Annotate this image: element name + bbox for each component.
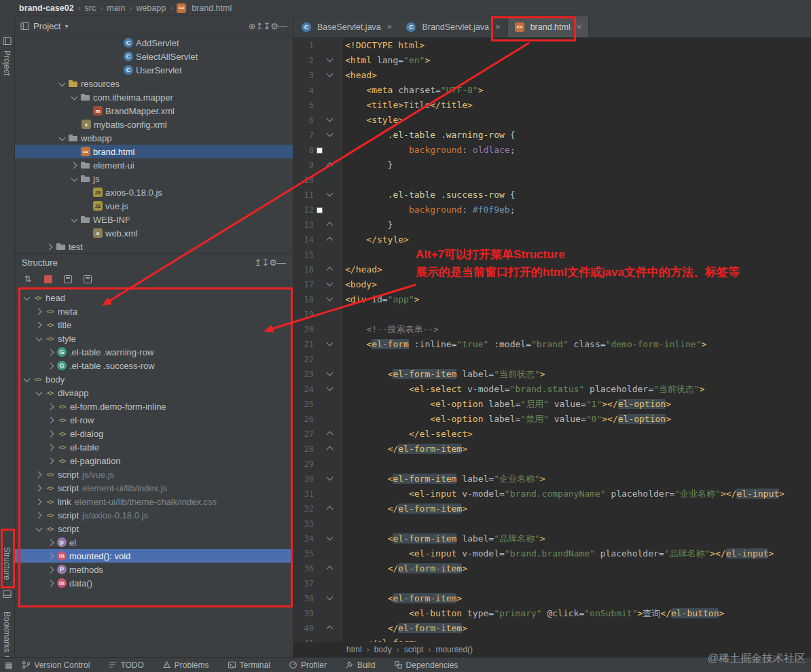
breadcrumb-webapp[interactable]: webapp xyxy=(136,3,166,13)
chevron-right-icon[interactable] xyxy=(46,428,57,439)
structure-item-el-table-warning-row[interactable]: G.el-table .warning-row xyxy=(15,345,293,359)
project-item-brand-html[interactable]: <>brand.html xyxy=(15,145,293,158)
project-item-brandmapper-xml[interactable]: mBrandMapper.xml xyxy=(15,104,293,118)
status-dependencies[interactable]: Dependencies xyxy=(394,660,458,670)
fold-down-icon[interactable] xyxy=(325,382,336,397)
project-item-web-xml[interactable]: xweb.xml xyxy=(15,226,293,240)
chevron-down-icon[interactable] xyxy=(57,78,68,89)
tool-stripe-project[interactable]: Project xyxy=(2,50,12,75)
chevron-right-icon[interactable] xyxy=(46,550,57,561)
structure-collapse-icon[interactable]: ↧ xyxy=(262,258,269,268)
structure-item-el-form-demo-form-inline[interactable]: <>el-form.demo-form-inline xyxy=(15,400,293,413)
chevron-right-icon[interactable] xyxy=(34,306,45,317)
chevron-down-icon[interactable] xyxy=(34,523,45,534)
structure-item-methods[interactable]: Pmethods xyxy=(15,563,293,576)
structure-item-div-app[interactable]: <>div#app xyxy=(15,386,293,400)
chevron-down-icon[interactable] xyxy=(69,214,80,225)
code-editor[interactable]: 1<!DOCTYPE html>2<html lang="en">3<head>… xyxy=(293,38,811,642)
structure-hide-icon[interactable]: — xyxy=(277,258,286,268)
fold-up-icon[interactable] xyxy=(325,427,336,442)
chevron-down-icon[interactable] xyxy=(22,374,33,385)
project-item-axios-0-18-0-js[interactable]: JSaxios-0.18.0.js xyxy=(15,185,293,199)
tool-windows-grid-icon[interactable]: ▦ xyxy=(5,660,12,670)
breadcrumb-main[interactable]: main xyxy=(107,3,125,13)
fold-up-icon[interactable] xyxy=(325,232,336,247)
structure-item-el-table[interactable]: <>el-table xyxy=(15,440,293,454)
chevron-right-icon[interactable] xyxy=(46,347,57,357)
chevron-down-icon[interactable] xyxy=(69,173,80,184)
chevron-right-icon[interactable] xyxy=(46,455,57,466)
structure-item-link[interactable]: <>linkelement-ui/lib/theme-chalk/index.c… xyxy=(15,495,293,508)
project-item-test[interactable]: test xyxy=(15,240,293,253)
project-item-webapp[interactable]: webapp xyxy=(15,131,293,145)
project-item-web-inf[interactable]: WEB-INF xyxy=(15,213,293,226)
project-item-element-ui[interactable]: element-ui xyxy=(15,158,293,172)
project-stripe-icon[interactable] xyxy=(3,37,12,46)
fold-down-icon[interactable] xyxy=(325,531,336,546)
chevron-right-icon[interactable] xyxy=(46,442,57,453)
fold-down-icon[interactable] xyxy=(325,68,336,83)
fold-up-icon[interactable] xyxy=(325,217,336,232)
structure-item-script[interactable]: <>scriptjs/vue.js xyxy=(15,467,293,481)
tab-close-icon[interactable]: × xyxy=(577,22,582,32)
structure-item-el[interactable]: pel xyxy=(15,535,293,549)
fold-down-icon[interactable] xyxy=(325,472,336,487)
chevron-right-icon[interactable] xyxy=(45,241,56,252)
chevron-down-icon[interactable]: ▾ xyxy=(65,22,68,30)
fold-up-icon[interactable] xyxy=(325,442,336,457)
chevron-right-icon[interactable] xyxy=(46,360,57,371)
project-item-addservlet[interactable]: CAddServlet xyxy=(15,36,293,50)
project-settings-icon[interactable]: ⚙ xyxy=(270,21,278,31)
structure-sort-icon[interactable]: ⇅ xyxy=(23,274,33,284)
structure-group2-icon[interactable] xyxy=(84,275,92,283)
status-version-control[interactable]: Version Control xyxy=(22,660,90,670)
editor-breadcrumb-body[interactable]: body xyxy=(374,645,392,654)
structure-item-data[interactable]: mdata() xyxy=(15,576,293,590)
status-problems[interactable]: Problems xyxy=(162,660,209,670)
chevron-down-icon[interactable] xyxy=(57,132,68,143)
tab-close-icon[interactable]: × xyxy=(387,22,393,32)
fold-down-icon[interactable] xyxy=(325,292,336,307)
fold-up-icon[interactable] xyxy=(325,262,336,277)
chevron-right-icon[interactable] xyxy=(46,578,57,588)
chevron-right-icon[interactable] xyxy=(46,401,57,412)
structure-item-script[interactable]: <>scriptjs/axios-0.18.0.js xyxy=(15,508,293,522)
breadcrumb-brand-html[interactable]: <>brand.html xyxy=(177,3,232,13)
structure-item-el-dialog[interactable]: <>el-dialog xyxy=(15,427,293,440)
fold-down-icon[interactable] xyxy=(325,367,336,382)
project-item-mybatis-config-xml[interactable]: xmybatis-config.xml xyxy=(15,118,293,131)
structure-item-title[interactable]: <>title xyxy=(15,318,293,332)
tool-stripe-bookmarks[interactable]: Bookmarks xyxy=(2,612,12,652)
status-profiler[interactable]: Profiler xyxy=(289,660,327,670)
editor-tab-brandservlet-java[interactable]: CBrandServlet.java× xyxy=(399,16,507,37)
editor-breadcrumb-mounted[interactable]: mounted() xyxy=(435,645,473,654)
structure-settings-icon[interactable]: ⚙ xyxy=(269,258,277,268)
chevron-right-icon[interactable] xyxy=(46,564,57,575)
structure-item-script[interactable]: <>script xyxy=(15,522,293,535)
breadcrumb-src[interactable]: src xyxy=(85,3,96,13)
fold-up-icon[interactable] xyxy=(325,158,336,173)
chevron-right-icon[interactable] xyxy=(46,537,57,548)
chevron-right-icon[interactable] xyxy=(34,496,45,507)
chevron-right-icon[interactable] xyxy=(46,414,57,425)
tool-stripe-structure[interactable]: Structure xyxy=(2,547,12,580)
breadcrumb-brand-case02[interactable]: brand-case02 xyxy=(19,3,74,13)
project-expand-icon[interactable]: ↥ xyxy=(256,21,264,31)
chevron-right-icon[interactable] xyxy=(34,469,45,480)
structure-item-script[interactable]: <>scriptelement-ui/lib/index.js xyxy=(15,481,293,495)
chevron-right-icon[interactable] xyxy=(69,160,80,171)
project-hide-icon[interactable]: — xyxy=(278,21,287,31)
structure-stripe-icon[interactable] xyxy=(3,590,12,599)
fold-down-icon[interactable] xyxy=(325,277,336,292)
project-item-com-itheima-mapper[interactable]: com.itheima.mapper xyxy=(15,90,293,104)
structure-item-body[interactable]: <>body xyxy=(15,372,293,386)
fold-down-icon[interactable] xyxy=(325,337,336,352)
chevron-down-icon[interactable] xyxy=(34,333,45,344)
fold-down-icon[interactable] xyxy=(325,128,336,143)
project-collapse-icon[interactable]: ↧ xyxy=(263,21,270,31)
chevron-right-icon[interactable] xyxy=(34,482,45,493)
structure-expand-icon[interactable]: ↥ xyxy=(255,258,262,268)
structure-group1-icon[interactable] xyxy=(64,275,72,283)
chevron-down-icon[interactable] xyxy=(22,292,33,303)
tab-close-icon[interactable]: × xyxy=(495,22,501,32)
